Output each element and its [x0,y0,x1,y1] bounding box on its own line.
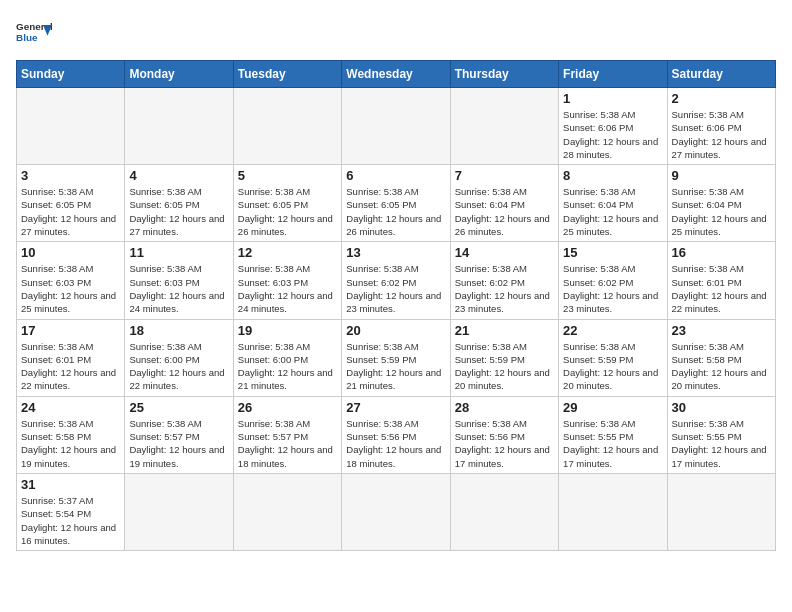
logo: General Blue [16,16,52,52]
calendar-cell: 25Sunrise: 5:38 AM Sunset: 5:57 PM Dayli… [125,396,233,473]
svg-text:Blue: Blue [16,32,38,43]
page-header: General Blue [16,16,776,52]
day-number: 6 [346,168,445,183]
day-number: 26 [238,400,337,415]
day-info: Sunrise: 5:38 AM Sunset: 6:03 PM Dayligh… [21,262,120,315]
calendar-cell: 5Sunrise: 5:38 AM Sunset: 6:05 PM Daylig… [233,165,341,242]
day-number: 22 [563,323,662,338]
day-info: Sunrise: 5:38 AM Sunset: 6:02 PM Dayligh… [346,262,445,315]
calendar-cell: 2Sunrise: 5:38 AM Sunset: 6:06 PM Daylig… [667,88,775,165]
day-number: 30 [672,400,771,415]
day-number: 12 [238,245,337,260]
day-info: Sunrise: 5:38 AM Sunset: 6:01 PM Dayligh… [21,340,120,393]
calendar-cell: 14Sunrise: 5:38 AM Sunset: 6:02 PM Dayli… [450,242,558,319]
calendar-cell [559,473,667,550]
day-number: 11 [129,245,228,260]
day-info: Sunrise: 5:38 AM Sunset: 6:04 PM Dayligh… [563,185,662,238]
day-number: 18 [129,323,228,338]
day-info: Sunrise: 5:38 AM Sunset: 6:02 PM Dayligh… [455,262,554,315]
day-number: 1 [563,91,662,106]
calendar-cell: 27Sunrise: 5:38 AM Sunset: 5:56 PM Dayli… [342,396,450,473]
calendar-cell [450,88,558,165]
calendar-table: SundayMondayTuesdayWednesdayThursdayFrid… [16,60,776,551]
day-info: Sunrise: 5:38 AM Sunset: 5:57 PM Dayligh… [129,417,228,470]
calendar-cell: 22Sunrise: 5:38 AM Sunset: 5:59 PM Dayli… [559,319,667,396]
calendar-cell [17,88,125,165]
day-number: 29 [563,400,662,415]
day-info: Sunrise: 5:38 AM Sunset: 5:59 PM Dayligh… [346,340,445,393]
day-number: 2 [672,91,771,106]
day-number: 13 [346,245,445,260]
calendar-cell: 8Sunrise: 5:38 AM Sunset: 6:04 PM Daylig… [559,165,667,242]
calendar-week-row: 24Sunrise: 5:38 AM Sunset: 5:58 PM Dayli… [17,396,776,473]
day-number: 19 [238,323,337,338]
generalblue-logo-icon: General Blue [16,16,52,52]
calendar-cell [342,88,450,165]
calendar-cell: 20Sunrise: 5:38 AM Sunset: 5:59 PM Dayli… [342,319,450,396]
calendar-cell: 9Sunrise: 5:38 AM Sunset: 6:04 PM Daylig… [667,165,775,242]
day-info: Sunrise: 5:38 AM Sunset: 6:05 PM Dayligh… [129,185,228,238]
calendar-cell [450,473,558,550]
day-header-sunday: Sunday [17,61,125,88]
calendar-cell: 15Sunrise: 5:38 AM Sunset: 6:02 PM Dayli… [559,242,667,319]
calendar-cell: 17Sunrise: 5:38 AM Sunset: 6:01 PM Dayli… [17,319,125,396]
calendar-cell: 6Sunrise: 5:38 AM Sunset: 6:05 PM Daylig… [342,165,450,242]
day-info: Sunrise: 5:38 AM Sunset: 5:59 PM Dayligh… [455,340,554,393]
day-number: 21 [455,323,554,338]
day-number: 25 [129,400,228,415]
day-number: 15 [563,245,662,260]
calendar-cell [125,473,233,550]
day-number: 5 [238,168,337,183]
day-number: 7 [455,168,554,183]
calendar-cell: 3Sunrise: 5:38 AM Sunset: 6:05 PM Daylig… [17,165,125,242]
calendar-cell: 16Sunrise: 5:38 AM Sunset: 6:01 PM Dayli… [667,242,775,319]
day-number: 27 [346,400,445,415]
calendar-cell: 1Sunrise: 5:38 AM Sunset: 6:06 PM Daylig… [559,88,667,165]
day-header-saturday: Saturday [667,61,775,88]
calendar-cell: 28Sunrise: 5:38 AM Sunset: 5:56 PM Dayli… [450,396,558,473]
day-info: Sunrise: 5:38 AM Sunset: 6:00 PM Dayligh… [129,340,228,393]
day-info: Sunrise: 5:38 AM Sunset: 6:04 PM Dayligh… [455,185,554,238]
calendar-cell [233,88,341,165]
calendar-week-row: 10Sunrise: 5:38 AM Sunset: 6:03 PM Dayli… [17,242,776,319]
day-number: 24 [21,400,120,415]
day-info: Sunrise: 5:38 AM Sunset: 5:56 PM Dayligh… [346,417,445,470]
day-number: 20 [346,323,445,338]
calendar-cell: 11Sunrise: 5:38 AM Sunset: 6:03 PM Dayli… [125,242,233,319]
day-info: Sunrise: 5:38 AM Sunset: 6:03 PM Dayligh… [238,262,337,315]
day-info: Sunrise: 5:38 AM Sunset: 5:58 PM Dayligh… [21,417,120,470]
calendar-header-row: SundayMondayTuesdayWednesdayThursdayFrid… [17,61,776,88]
day-number: 16 [672,245,771,260]
day-info: Sunrise: 5:38 AM Sunset: 6:06 PM Dayligh… [563,108,662,161]
day-info: Sunrise: 5:38 AM Sunset: 5:59 PM Dayligh… [563,340,662,393]
day-info: Sunrise: 5:38 AM Sunset: 6:05 PM Dayligh… [238,185,337,238]
calendar-cell: 31Sunrise: 5:37 AM Sunset: 5:54 PM Dayli… [17,473,125,550]
calendar-cell: 19Sunrise: 5:38 AM Sunset: 6:00 PM Dayli… [233,319,341,396]
day-info: Sunrise: 5:38 AM Sunset: 5:55 PM Dayligh… [672,417,771,470]
calendar-cell: 23Sunrise: 5:38 AM Sunset: 5:58 PM Dayli… [667,319,775,396]
calendar-cell: 26Sunrise: 5:38 AM Sunset: 5:57 PM Dayli… [233,396,341,473]
day-info: Sunrise: 5:37 AM Sunset: 5:54 PM Dayligh… [21,494,120,547]
calendar-week-row: 31Sunrise: 5:37 AM Sunset: 5:54 PM Dayli… [17,473,776,550]
day-number: 10 [21,245,120,260]
calendar-cell: 30Sunrise: 5:38 AM Sunset: 5:55 PM Dayli… [667,396,775,473]
day-info: Sunrise: 5:38 AM Sunset: 6:05 PM Dayligh… [346,185,445,238]
calendar-cell: 21Sunrise: 5:38 AM Sunset: 5:59 PM Dayli… [450,319,558,396]
day-header-thursday: Thursday [450,61,558,88]
calendar-cell [667,473,775,550]
day-info: Sunrise: 5:38 AM Sunset: 5:56 PM Dayligh… [455,417,554,470]
day-info: Sunrise: 5:38 AM Sunset: 6:05 PM Dayligh… [21,185,120,238]
calendar-cell [125,88,233,165]
day-number: 31 [21,477,120,492]
day-number: 8 [563,168,662,183]
calendar-week-row: 17Sunrise: 5:38 AM Sunset: 6:01 PM Dayli… [17,319,776,396]
calendar-cell: 7Sunrise: 5:38 AM Sunset: 6:04 PM Daylig… [450,165,558,242]
calendar-cell [342,473,450,550]
day-info: Sunrise: 5:38 AM Sunset: 6:01 PM Dayligh… [672,262,771,315]
day-number: 9 [672,168,771,183]
day-info: Sunrise: 5:38 AM Sunset: 6:00 PM Dayligh… [238,340,337,393]
day-info: Sunrise: 5:38 AM Sunset: 6:04 PM Dayligh… [672,185,771,238]
day-number: 14 [455,245,554,260]
day-info: Sunrise: 5:38 AM Sunset: 6:02 PM Dayligh… [563,262,662,315]
day-header-monday: Monday [125,61,233,88]
